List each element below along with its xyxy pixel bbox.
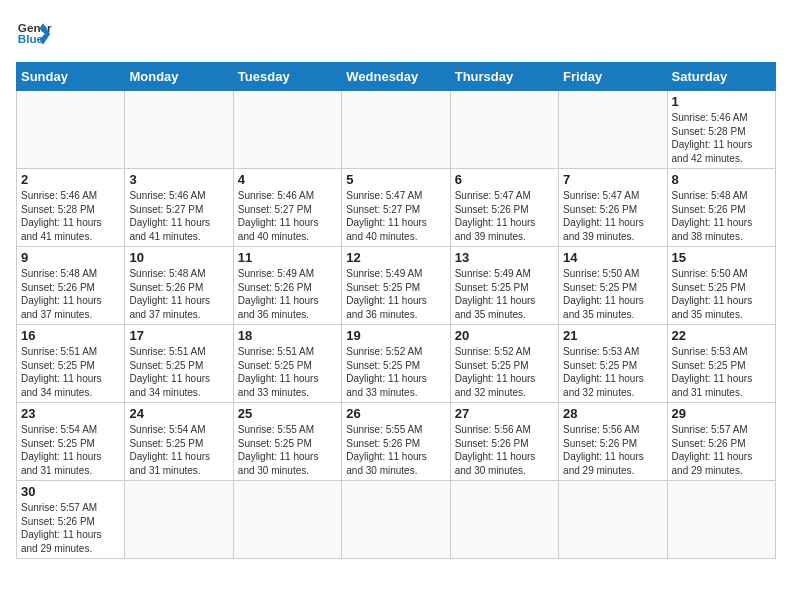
day-info: Sunrise: 5:55 AM Sunset: 5:26 PM Dayligh…: [346, 423, 445, 477]
calendar-day-cell: [233, 481, 341, 559]
calendar-week-row: 2Sunrise: 5:46 AM Sunset: 5:28 PM Daylig…: [17, 169, 776, 247]
day-number: 14: [563, 250, 662, 265]
day-number: 4: [238, 172, 337, 187]
calendar-day-cell: 19Sunrise: 5:52 AM Sunset: 5:25 PM Dayli…: [342, 325, 450, 403]
calendar-day-cell: 16Sunrise: 5:51 AM Sunset: 5:25 PM Dayli…: [17, 325, 125, 403]
day-info: Sunrise: 5:52 AM Sunset: 5:25 PM Dayligh…: [455, 345, 554, 399]
calendar-day-header: Friday: [559, 63, 667, 91]
day-number: 11: [238, 250, 337, 265]
day-info: Sunrise: 5:51 AM Sunset: 5:25 PM Dayligh…: [129, 345, 228, 399]
calendar-day-cell: 30Sunrise: 5:57 AM Sunset: 5:26 PM Dayli…: [17, 481, 125, 559]
calendar-day-cell: 18Sunrise: 5:51 AM Sunset: 5:25 PM Dayli…: [233, 325, 341, 403]
day-info: Sunrise: 5:51 AM Sunset: 5:25 PM Dayligh…: [238, 345, 337, 399]
day-info: Sunrise: 5:53 AM Sunset: 5:25 PM Dayligh…: [672, 345, 771, 399]
logo-icon: General Blue: [16, 16, 52, 52]
day-number: 18: [238, 328, 337, 343]
day-number: 25: [238, 406, 337, 421]
calendar-day-cell: 7Sunrise: 5:47 AM Sunset: 5:26 PM Daylig…: [559, 169, 667, 247]
calendar-day-cell: 15Sunrise: 5:50 AM Sunset: 5:25 PM Dayli…: [667, 247, 775, 325]
calendar-body: 1Sunrise: 5:46 AM Sunset: 5:28 PM Daylig…: [17, 91, 776, 559]
day-info: Sunrise: 5:48 AM Sunset: 5:26 PM Dayligh…: [129, 267, 228, 321]
day-info: Sunrise: 5:50 AM Sunset: 5:25 PM Dayligh…: [672, 267, 771, 321]
day-info: Sunrise: 5:46 AM Sunset: 5:27 PM Dayligh…: [238, 189, 337, 243]
calendar-week-row: 30Sunrise: 5:57 AM Sunset: 5:26 PM Dayli…: [17, 481, 776, 559]
calendar-day-header: Monday: [125, 63, 233, 91]
day-number: 21: [563, 328, 662, 343]
calendar-day-cell: 27Sunrise: 5:56 AM Sunset: 5:26 PM Dayli…: [450, 403, 558, 481]
day-info: Sunrise: 5:48 AM Sunset: 5:26 PM Dayligh…: [672, 189, 771, 243]
calendar-day-cell: 23Sunrise: 5:54 AM Sunset: 5:25 PM Dayli…: [17, 403, 125, 481]
calendar-day-cell: 24Sunrise: 5:54 AM Sunset: 5:25 PM Dayli…: [125, 403, 233, 481]
day-info: Sunrise: 5:46 AM Sunset: 5:28 PM Dayligh…: [21, 189, 120, 243]
page-header: General Blue: [16, 16, 776, 52]
day-number: 12: [346, 250, 445, 265]
calendar-day-cell: [450, 91, 558, 169]
day-info: Sunrise: 5:46 AM Sunset: 5:27 PM Dayligh…: [129, 189, 228, 243]
day-info: Sunrise: 5:53 AM Sunset: 5:25 PM Dayligh…: [563, 345, 662, 399]
day-number: 27: [455, 406, 554, 421]
day-info: Sunrise: 5:50 AM Sunset: 5:25 PM Dayligh…: [563, 267, 662, 321]
day-info: Sunrise: 5:56 AM Sunset: 5:26 PM Dayligh…: [455, 423, 554, 477]
calendar-header-row: SundayMondayTuesdayWednesdayThursdayFrid…: [17, 63, 776, 91]
day-number: 29: [672, 406, 771, 421]
day-number: 15: [672, 250, 771, 265]
day-number: 26: [346, 406, 445, 421]
calendar-day-cell: 12Sunrise: 5:49 AM Sunset: 5:25 PM Dayli…: [342, 247, 450, 325]
calendar-day-cell: 6Sunrise: 5:47 AM Sunset: 5:26 PM Daylig…: [450, 169, 558, 247]
calendar-day-cell: [559, 91, 667, 169]
day-info: Sunrise: 5:47 AM Sunset: 5:27 PM Dayligh…: [346, 189, 445, 243]
calendar-day-cell: 11Sunrise: 5:49 AM Sunset: 5:26 PM Dayli…: [233, 247, 341, 325]
day-info: Sunrise: 5:57 AM Sunset: 5:26 PM Dayligh…: [672, 423, 771, 477]
calendar-week-row: 16Sunrise: 5:51 AM Sunset: 5:25 PM Dayli…: [17, 325, 776, 403]
calendar-day-cell: 3Sunrise: 5:46 AM Sunset: 5:27 PM Daylig…: [125, 169, 233, 247]
calendar-day-cell: 10Sunrise: 5:48 AM Sunset: 5:26 PM Dayli…: [125, 247, 233, 325]
calendar-day-cell: 21Sunrise: 5:53 AM Sunset: 5:25 PM Dayli…: [559, 325, 667, 403]
calendar-day-cell: 28Sunrise: 5:56 AM Sunset: 5:26 PM Dayli…: [559, 403, 667, 481]
day-number: 13: [455, 250, 554, 265]
calendar-day-cell: 22Sunrise: 5:53 AM Sunset: 5:25 PM Dayli…: [667, 325, 775, 403]
day-number: 8: [672, 172, 771, 187]
day-info: Sunrise: 5:46 AM Sunset: 5:28 PM Dayligh…: [672, 111, 771, 165]
svg-text:Blue: Blue: [18, 32, 44, 45]
calendar-day-cell: [342, 91, 450, 169]
day-info: Sunrise: 5:56 AM Sunset: 5:26 PM Dayligh…: [563, 423, 662, 477]
day-info: Sunrise: 5:49 AM Sunset: 5:25 PM Dayligh…: [455, 267, 554, 321]
calendar-day-cell: 20Sunrise: 5:52 AM Sunset: 5:25 PM Dayli…: [450, 325, 558, 403]
day-info: Sunrise: 5:55 AM Sunset: 5:25 PM Dayligh…: [238, 423, 337, 477]
day-info: Sunrise: 5:51 AM Sunset: 5:25 PM Dayligh…: [21, 345, 120, 399]
calendar-day-cell: 14Sunrise: 5:50 AM Sunset: 5:25 PM Dayli…: [559, 247, 667, 325]
calendar-day-cell: [559, 481, 667, 559]
day-info: Sunrise: 5:54 AM Sunset: 5:25 PM Dayligh…: [21, 423, 120, 477]
calendar-day-cell: 1Sunrise: 5:46 AM Sunset: 5:28 PM Daylig…: [667, 91, 775, 169]
day-info: Sunrise: 5:47 AM Sunset: 5:26 PM Dayligh…: [563, 189, 662, 243]
calendar-week-row: 23Sunrise: 5:54 AM Sunset: 5:25 PM Dayli…: [17, 403, 776, 481]
calendar-day-cell: [342, 481, 450, 559]
calendar-day-cell: [233, 91, 341, 169]
day-number: 16: [21, 328, 120, 343]
calendar-day-cell: [125, 91, 233, 169]
calendar-day-cell: [667, 481, 775, 559]
calendar-table: SundayMondayTuesdayWednesdayThursdayFrid…: [16, 62, 776, 559]
day-number: 28: [563, 406, 662, 421]
calendar-day-header: Saturday: [667, 63, 775, 91]
calendar-day-cell: 2Sunrise: 5:46 AM Sunset: 5:28 PM Daylig…: [17, 169, 125, 247]
day-info: Sunrise: 5:52 AM Sunset: 5:25 PM Dayligh…: [346, 345, 445, 399]
day-info: Sunrise: 5:57 AM Sunset: 5:26 PM Dayligh…: [21, 501, 120, 555]
day-number: 23: [21, 406, 120, 421]
day-number: 5: [346, 172, 445, 187]
calendar-day-cell: [125, 481, 233, 559]
day-number: 22: [672, 328, 771, 343]
logo: General Blue: [16, 16, 52, 52]
day-number: 3: [129, 172, 228, 187]
day-number: 10: [129, 250, 228, 265]
calendar-day-cell: 5Sunrise: 5:47 AM Sunset: 5:27 PM Daylig…: [342, 169, 450, 247]
day-info: Sunrise: 5:47 AM Sunset: 5:26 PM Dayligh…: [455, 189, 554, 243]
calendar-day-cell: 17Sunrise: 5:51 AM Sunset: 5:25 PM Dayli…: [125, 325, 233, 403]
day-number: 1: [672, 94, 771, 109]
day-number: 7: [563, 172, 662, 187]
day-number: 19: [346, 328, 445, 343]
calendar-day-header: Wednesday: [342, 63, 450, 91]
calendar-day-cell: 13Sunrise: 5:49 AM Sunset: 5:25 PM Dayli…: [450, 247, 558, 325]
calendar-day-cell: 25Sunrise: 5:55 AM Sunset: 5:25 PM Dayli…: [233, 403, 341, 481]
calendar-day-cell: [450, 481, 558, 559]
